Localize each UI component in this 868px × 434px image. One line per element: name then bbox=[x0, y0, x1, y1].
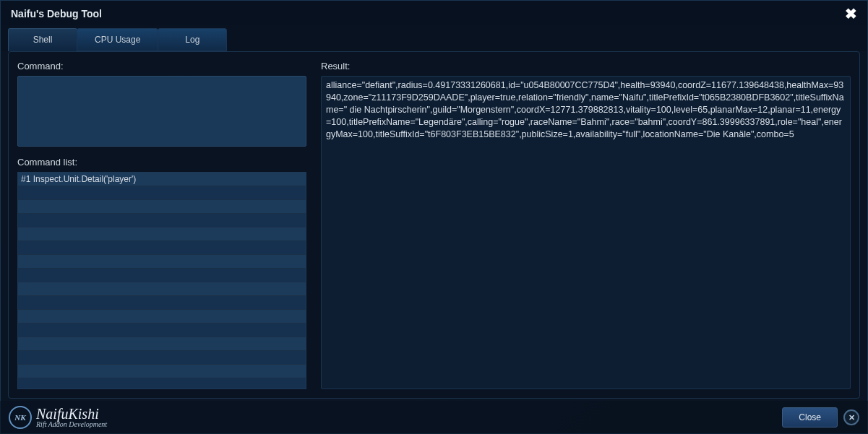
command-label: Command: bbox=[17, 61, 306, 71]
window-title: Naifu's Debug Tool bbox=[11, 8, 102, 19]
close-circle-icon[interactable]: ✕ bbox=[843, 409, 859, 425]
command-input[interactable] bbox=[17, 76, 306, 147]
footer-right: Close ✕ bbox=[782, 407, 859, 428]
logo-name: NaifuKishi bbox=[36, 407, 107, 421]
command-list-item[interactable] bbox=[18, 282, 306, 296]
command-list-item[interactable] bbox=[18, 310, 306, 324]
result-label: Result: bbox=[321, 61, 851, 71]
right-column: Result: alliance="defiant",radius=0.4917… bbox=[321, 61, 851, 389]
footer: NK NaifuKishi Rift Addon Development Clo… bbox=[0, 401, 868, 434]
tab-cpu-usage[interactable]: CPU Usage bbox=[77, 28, 158, 51]
result-output: alliance="defiant",radius=0.491733312606… bbox=[321, 76, 851, 389]
command-list-item[interactable] bbox=[18, 296, 306, 310]
command-list-item[interactable] bbox=[18, 378, 306, 389]
logo-subtitle: Rift Addon Development bbox=[36, 421, 107, 428]
close-button[interactable]: Close bbox=[782, 407, 838, 428]
command-list-item[interactable] bbox=[18, 214, 306, 227]
command-list-item[interactable] bbox=[18, 269, 306, 282]
left-column: Command: Command list: #1 Inspect.Unit.D… bbox=[17, 61, 306, 389]
command-list-item[interactable] bbox=[18, 241, 306, 255]
logo-icon: NK bbox=[9, 406, 32, 429]
tab-shell[interactable]: Shell bbox=[8, 28, 77, 51]
command-list-item[interactable] bbox=[18, 324, 306, 337]
command-list-item[interactable] bbox=[18, 337, 306, 351]
close-icon[interactable]: ✖ bbox=[845, 6, 857, 21]
logo-area: NK NaifuKishi Rift Addon Development bbox=[9, 406, 107, 429]
content-area: Command: Command list: #1 Inspect.Unit.D… bbox=[8, 51, 860, 399]
command-list-item[interactable]: #1 Inspect.Unit.Detail('player') bbox=[18, 173, 306, 186]
command-list-item[interactable] bbox=[18, 351, 306, 365]
command-list-item[interactable] bbox=[18, 200, 306, 214]
command-list-item[interactable] bbox=[18, 365, 306, 378]
command-list-item[interactable] bbox=[18, 227, 306, 241]
command-list-label: Command list: bbox=[17, 157, 306, 168]
command-list[interactable]: #1 Inspect.Unit.Detail('player') bbox=[17, 172, 306, 389]
tabs-bar: Shell CPU Usage Log bbox=[1, 25, 867, 51]
debug-tool-window: Naifu's Debug Tool ✖ Shell CPU Usage Log… bbox=[0, 0, 868, 434]
tab-log[interactable]: Log bbox=[158, 28, 227, 51]
command-list-item[interactable] bbox=[18, 186, 306, 200]
command-list-item[interactable] bbox=[18, 255, 306, 269]
logo-text: NaifuKishi Rift Addon Development bbox=[36, 407, 107, 428]
titlebar: Naifu's Debug Tool ✖ bbox=[1, 1, 867, 25]
